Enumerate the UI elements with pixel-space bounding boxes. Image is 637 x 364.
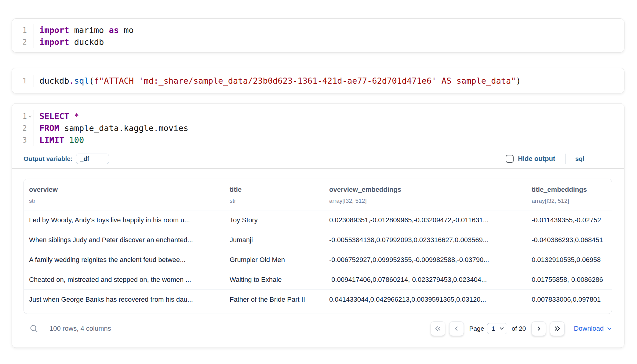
line-number: 1 [12,24,34,36]
line-number-gutter: 1 2 [12,24,34,48]
code-token: as [109,25,119,35]
line-number: 2 [12,36,34,48]
code-token [64,135,69,145]
result-table: overview str title str overview_embeddin… [24,179,612,314]
column-header-overview[interactable]: overview str [24,186,224,204]
language-badge[interactable]: sql [575,155,584,162]
line-number-text: 1 [23,26,27,35]
line-number-text: 2 [23,124,27,133]
code-editor[interactable]: 1 2 3 SELECT * FROM sample_data.kaggle.m… [12,104,624,149]
code-cell-imports: 1 2 import marimo as mo import duckdb [12,18,624,53]
cell-overview-embeddings: -0.009417406,0.07860214,-0.023279453,0.0… [324,276,526,284]
table-row: Just when George Banks has recovered fro… [24,289,612,309]
line-number-gutter: 1 2 3 [12,110,34,146]
cell-title: Waiting to Exhale [224,276,324,284]
code-token [69,111,74,121]
cell-overview: Just when George Banks has recovered fro… [24,296,224,304]
cell-title-embeddings: 0.0132910535,0.06958 [526,256,612,264]
table-row: Cheated on, mistreated and stepped on, t… [24,270,612,289]
code-token: duckdb [69,37,104,47]
cell-overview: Led by Woody, Andy's toys live happily i… [24,216,224,224]
next-page-button[interactable] [531,321,546,336]
download-button[interactable]: Download [574,325,612,333]
cell-overview: Cheated on, mistreated and stepped on, t… [24,276,224,284]
table-row: Led by Woody, Andy's toys live happily i… [24,210,612,230]
notebook-page: 1 2 import marimo as mo import duckdb 1 … [0,0,637,348]
chevron-down-icon [499,327,504,330]
code-token: ) [516,76,521,86]
cell-title-embeddings: 0.007833006,0.097801 [526,296,612,304]
column-header-title-embeddings[interactable]: title_embeddings array[f32, 512] [526,186,612,204]
code-token: marimo [69,25,109,35]
code-content[interactable]: import marimo as mo import duckdb [34,24,624,48]
cell-title-embeddings: -0.011439355,-0.02752 [526,216,612,224]
cell-title-embeddings: 0.01755858,-0.0086286 [526,276,612,284]
line-number: 3 [12,134,34,146]
code-line: LIMIT 100 [39,134,624,146]
code-editor[interactable]: 1 duckdb.sql(f"ATTACH 'md:_share/sample_… [12,68,624,93]
output-variable-label: Output variable: [24,155,73,162]
fold-chevron-down-icon[interactable] [27,110,34,122]
pagination: Page 1 of 20 Download [431,321,612,336]
page-total-label: of 20 [511,325,526,332]
hide-output-checkbox[interactable] [506,155,514,163]
line-number-text: 1 [23,77,27,85]
row-count-summary: 100 rows, 4 columns [49,325,111,333]
cell-title: Jumanji [224,236,324,244]
cell-title-embeddings: -0.040386293,0.068451 [526,236,612,244]
hide-output-label[interactable]: Hide output [518,155,555,163]
code-token: import [39,25,69,35]
code-token: 100 [69,135,84,145]
page-number-value: 1 [491,325,499,332]
code-content[interactable]: duckdb.sql(f"ATTACH 'md:_share/sample_da… [34,75,624,87]
line-number-text: 2 [23,38,27,46]
code-token: . [69,76,74,86]
code-token: import [39,37,69,47]
cell-overview-embeddings: 0.023089351,-0.012809965,-0.03209472,-0.… [324,216,526,224]
table-header-row: overview str title str overview_embeddin… [24,179,612,210]
cell-overview: A family wedding reignites the ancient f… [24,256,224,264]
line-number: 1 [12,75,34,87]
search-icon[interactable] [29,324,38,333]
sql-options-bar: Output variable: Hide output sql [12,149,624,168]
cell-title: Grumpier Old Men [224,256,324,264]
page-number-select[interactable]: 1 [487,323,507,334]
cell-overview-embeddings: 0.041433044,0.042966213,0.0039591365,0.0… [324,296,526,304]
code-token: ( [89,76,94,86]
column-name: overview [29,186,224,193]
code-line: import duckdb [39,36,624,48]
previous-page-button[interactable] [449,321,464,336]
column-header-title[interactable]: title str [224,186,324,204]
cell-title: Father of the Bride Part II [224,296,324,304]
code-token: mo [119,25,134,35]
column-name: overview_embeddings [329,186,526,193]
code-editor[interactable]: 1 2 import marimo as mo import duckdb [12,19,624,52]
download-label: Download [574,325,604,333]
code-token: SELECT [39,111,69,121]
column-header-overview-embeddings[interactable]: overview_embeddings array[f32, 512] [324,186,526,204]
line-number-text: 1 [23,112,27,121]
line-number: 2 [12,122,34,134]
output-variable-input[interactable] [76,154,109,164]
code-content[interactable]: SELECT * FROM sample_data.kaggle.movies … [34,110,624,146]
code-line: FROM sample_data.kaggle.movies [39,122,624,134]
cell-title: Toy Story [224,216,324,224]
last-page-button[interactable] [550,321,565,336]
sql-cell: 1 2 3 SELECT * FROM sample_data.kaggle.m… [12,103,624,348]
first-page-button[interactable] [431,321,445,336]
code-token: LIMIT [39,135,64,145]
line-number-text: 3 [23,136,27,144]
line-number-gutter: 1 [12,75,34,87]
column-dtype: str [29,198,224,204]
code-line: SELECT * [39,110,624,122]
column-dtype: array[f32, 512] [532,198,612,204]
column-dtype: array[f32, 512] [329,198,526,204]
code-line: duckdb.sql(f"ATTACH 'md:_share/sample_da… [39,75,624,87]
code-token: * [74,111,79,121]
code-line: import marimo as mo [39,24,624,36]
code-token: FROM [39,123,59,133]
table-row: When siblings Judy and Peter discover an… [24,230,612,250]
cell-overview-embeddings: -0.006752927,0.099952355,-0.009982588,-0… [324,256,526,264]
column-dtype: str [230,198,324,204]
cell-overview: When siblings Judy and Peter discover an… [24,236,224,244]
